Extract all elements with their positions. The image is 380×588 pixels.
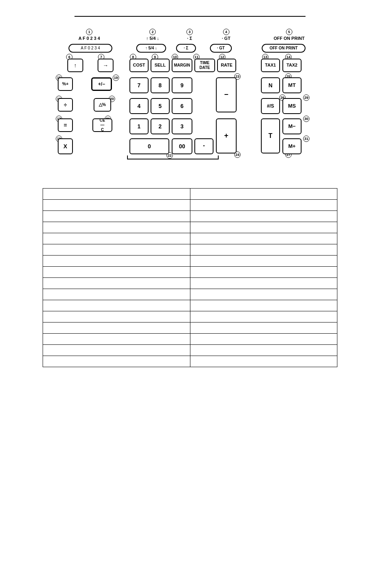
key-9[interactable]: 9 <box>172 77 192 93</box>
key-3[interactable]: 3 <box>172 118 192 134</box>
key-up-arrow-label: ↑ <box>74 62 77 69</box>
key-sell[interactable]: SELL <box>151 59 170 72</box>
key-margin[interactable]: MARGIN <box>172 59 192 72</box>
key-x[interactable]: X <box>58 138 73 154</box>
calculator-diagram: 1 A F 0 2 3 4 2 ↑ 5/4 ↓ 3 · Σ 4 · GT 5 O… <box>39 29 341 172</box>
key-minus[interactable]: − <box>216 77 237 112</box>
table-row <box>43 244 337 256</box>
key-6-label: 6 <box>180 103 184 110</box>
table-cell-right <box>190 334 337 345</box>
key-m-minus-label: M− <box>288 123 296 130</box>
switch-4-slider[interactable]: · GT <box>210 44 232 53</box>
key-m-plus[interactable]: M+ <box>282 138 302 154</box>
key-delta-percent[interactable]: △% <box>94 98 111 112</box>
circled-30: 30 <box>303 116 309 122</box>
table-cell-left <box>43 334 190 345</box>
switch-5-slider[interactable]: OFF ON PRINT <box>262 44 306 53</box>
key-t[interactable]: T <box>261 118 280 153</box>
key-m-minus[interactable]: M− <box>282 118 302 134</box>
table-cell-right <box>190 244 337 256</box>
table-cell-left <box>43 267 190 278</box>
key-margin-label: MARGIN <box>174 63 190 68</box>
circled-31: 31 <box>303 136 309 142</box>
key-ms-label: MS <box>288 103 296 109</box>
key-ms[interactable]: MS <box>282 98 302 114</box>
key-00[interactable]: 00 <box>172 138 192 154</box>
reference-table <box>43 188 337 367</box>
key-0[interactable]: 0 <box>129 138 169 154</box>
table-cell-right <box>190 267 337 278</box>
table-row <box>43 289 337 300</box>
key-ce-c[interactable]: CE—C <box>92 118 112 132</box>
key-1[interactable]: 1 <box>129 118 149 134</box>
table-cell-left <box>43 189 190 200</box>
key-7-label: 7 <box>137 82 141 89</box>
key-divide[interactable]: ÷ <box>58 98 73 112</box>
switch-4-label: · GT <box>222 36 230 41</box>
table-cell-left <box>43 300 190 311</box>
key-tax1[interactable]: TAX1 <box>261 59 280 72</box>
key-up-arrow[interactable]: ↑ <box>67 59 83 72</box>
key-plus[interactable]: + <box>216 118 237 153</box>
circled-5: 5 <box>286 29 292 35</box>
key-cost-label: COST <box>133 63 145 68</box>
switch-group-1: 1 A F 0 2 3 4 <box>78 29 100 41</box>
table-row <box>43 278 337 289</box>
table-cell-left <box>43 278 190 289</box>
circled-2: 2 <box>149 29 156 35</box>
circled-4: 4 <box>223 29 229 35</box>
key-mt[interactable]: MT <box>282 77 302 93</box>
key-n-label: N <box>268 82 272 89</box>
switch-1-label: A F 0 2 3 4 <box>78 36 100 41</box>
key-hash-s[interactable]: #/S <box>261 98 280 114</box>
switch-1-slider[interactable]: A F 0 2 3 4 <box>69 44 112 53</box>
key-time-date[interactable]: TIMEDATE <box>194 59 215 72</box>
key-rate[interactable]: RATE <box>217 59 236 72</box>
circled-3: 3 <box>186 29 193 35</box>
key-dot[interactable]: · <box>194 138 214 154</box>
switch-group-4: 4 · GT <box>222 29 230 41</box>
key-equals[interactable]: = <box>58 118 73 132</box>
table-cell-left <box>43 289 190 300</box>
key-5[interactable]: 5 <box>151 98 170 114</box>
key-plus-minus-label: +/− <box>98 81 105 87</box>
key-ce-c-label: CE—C <box>100 118 105 132</box>
key-4[interactable]: 4 <box>129 98 149 114</box>
key-plus-minus[interactable]: +/− <box>91 77 112 91</box>
numeric-bracket <box>127 155 219 159</box>
table-row <box>43 256 337 267</box>
switch-3-slider-label: · Σ <box>184 46 188 51</box>
switch-4-slider-label: · GT <box>217 46 225 51</box>
circled-19: 19 <box>113 75 119 81</box>
key-8-label: 8 <box>159 82 162 89</box>
table-cell-left <box>43 244 190 256</box>
key-n[interactable]: N <box>261 77 280 93</box>
switch-group-3: 3 · Σ <box>186 29 193 41</box>
key-cost[interactable]: COST <box>129 59 149 72</box>
key-mt-label: MT <box>288 82 296 88</box>
key-2[interactable]: 2 <box>151 118 170 134</box>
switch-2-slider[interactable]: ↑ 5/4 ↓ <box>136 44 166 53</box>
key-right-arrow[interactable]: → <box>98 59 114 72</box>
table-cell-right <box>190 323 337 334</box>
key-8[interactable]: 8 <box>151 77 170 93</box>
switch-5-slider-label: OFF ON PRINT <box>270 46 298 51</box>
key-dot-label: · <box>203 142 205 151</box>
switch-2-label: ↑ 5/4 ↓ <box>146 36 159 41</box>
circled-1: 1 <box>86 29 92 35</box>
key-tax2[interactable]: TAX2 <box>282 59 302 72</box>
table-row <box>43 345 337 356</box>
key-hash-s-label: #/S <box>267 103 274 109</box>
key-rate-label: RATE <box>221 63 232 68</box>
key-time-date-label: TIMEDATE <box>200 61 210 70</box>
table-cell-left <box>43 256 190 267</box>
key-equals-label: = <box>64 122 67 129</box>
key-percent-plus[interactable]: %+ <box>58 77 73 91</box>
table-cell-left <box>43 233 190 244</box>
table-cell-right <box>190 311 337 323</box>
key-minus-label: − <box>224 90 229 99</box>
key-tax2-label: TAX2 <box>286 63 297 68</box>
switch-3-slider[interactable]: · Σ <box>176 44 196 53</box>
key-7[interactable]: 7 <box>129 77 149 93</box>
key-6[interactable]: 6 <box>172 98 192 114</box>
